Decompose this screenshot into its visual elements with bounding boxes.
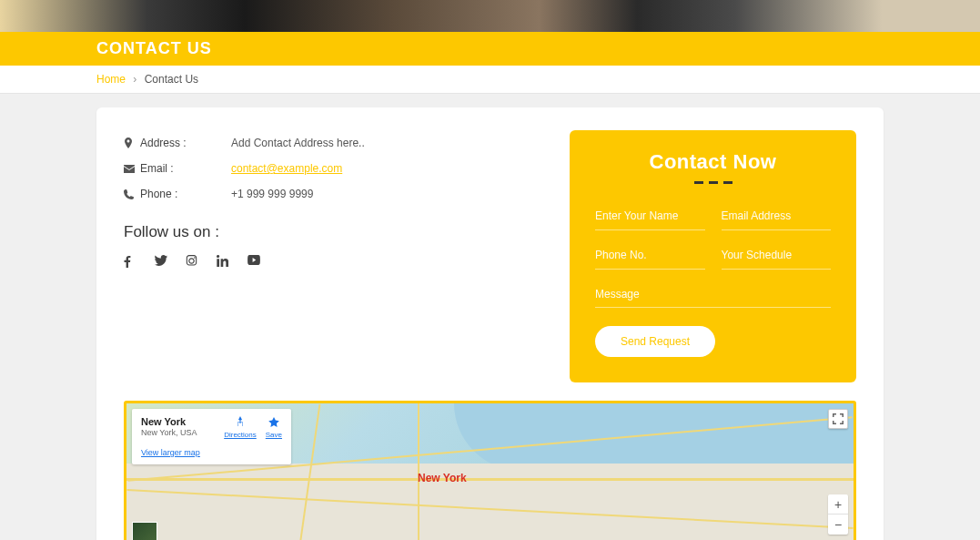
map-zoom-controls: + −	[828, 494, 848, 535]
phone-row: Phone : +1 999 999 9999	[124, 181, 542, 207]
map-satellite-toggle[interactable]	[132, 522, 157, 540]
envelope-icon	[124, 165, 140, 173]
form-title: Contact Now	[595, 150, 831, 174]
address-row: Address : Add Contact Address here..	[124, 130, 542, 156]
name-input[interactable]	[595, 202, 705, 230]
contact-form-card: Contact Now Send Request	[570, 130, 856, 382]
title-bar: CONTACT US	[0, 32, 980, 66]
map-pin-icon	[124, 138, 140, 148]
phone-input[interactable]	[595, 241, 705, 270]
hero-image-strip	[0, 0, 980, 32]
form-title-decoration	[595, 181, 831, 184]
breadcrumb-current: Contact Us	[145, 73, 198, 86]
social-icons-row	[124, 255, 542, 268]
breadcrumb-bar: Home › Contact Us	[0, 66, 980, 94]
map-info-card: New York New York, USA Directions Save V…	[132, 409, 291, 464]
map-save-button[interactable]: Save	[266, 416, 282, 439]
page-title: CONTACT US	[96, 39, 884, 58]
address-value: Add Contact Address here..	[231, 137, 365, 149]
email-row: Email : contact@example.com	[124, 156, 542, 181]
map-marker-label: New York	[418, 472, 467, 484]
map-embed[interactable]: New York New York, USA Directions Save V…	[124, 401, 856, 540]
map-location-subtitle: New York, USA	[141, 428, 197, 437]
email-input[interactable]	[722, 202, 832, 230]
main-content-card: Address : Add Contact Address here.. Ema…	[96, 107, 884, 540]
breadcrumb-home-link[interactable]: Home	[96, 73, 126, 86]
map-zoom-in-button[interactable]: +	[828, 494, 848, 515]
contact-info-column: Address : Add Contact Address here.. Ema…	[124, 130, 542, 382]
breadcrumb: Home › Contact Us	[96, 73, 884, 86]
linkedin-icon[interactable]	[217, 255, 229, 268]
address-label: Address :	[140, 137, 231, 149]
phone-icon	[124, 189, 140, 199]
youtube-icon[interactable]	[248, 255, 260, 268]
breadcrumb-separator: ›	[133, 73, 136, 86]
email-link[interactable]: contact@example.com	[231, 162, 342, 175]
phone-label: Phone :	[140, 188, 231, 200]
instagram-icon[interactable]	[186, 255, 198, 268]
facebook-icon[interactable]	[124, 255, 136, 268]
message-textarea[interactable]	[595, 280, 831, 308]
phone-value: +1 999 999 9999	[231, 188, 313, 200]
map-view-larger-link[interactable]: View larger map	[141, 448, 200, 457]
map-location-title: New York	[141, 416, 197, 427]
map-directions-button[interactable]: Directions	[224, 416, 257, 439]
twitter-icon[interactable]	[155, 255, 167, 268]
map-zoom-out-button[interactable]: −	[828, 515, 848, 535]
send-request-button[interactable]: Send Request	[595, 326, 715, 357]
map-fullscreen-button[interactable]	[828, 409, 848, 429]
follow-us-title: Follow us on :	[124, 223, 542, 241]
schedule-input[interactable]	[722, 241, 832, 270]
email-label: Email :	[140, 162, 231, 175]
